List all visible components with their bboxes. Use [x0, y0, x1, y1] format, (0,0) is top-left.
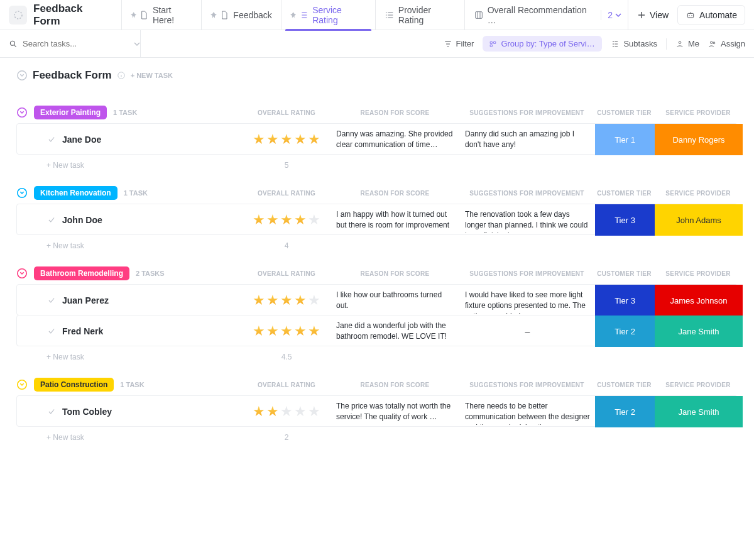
filter-button[interactable]: Filter	[444, 39, 474, 48]
col-provider: SERVICE PROVIDER	[654, 382, 742, 388]
collapse-toggle[interactable]	[16, 107, 28, 118]
search-input[interactable]	[23, 39, 129, 48]
col-tier: CUSTOMER TIER	[594, 109, 654, 116]
check-icon	[47, 327, 56, 336]
new-task-row[interactable]: + New task	[16, 433, 243, 442]
group-tag[interactable]: Exterior Painting	[34, 106, 107, 119]
list-icon	[385, 10, 395, 20]
cell-reason[interactable]: The price was totally not worth the serv…	[331, 398, 460, 425]
tab-start-here-[interactable]: Start Here!	[121, 0, 202, 30]
cell-suggest-empty: –	[460, 326, 595, 336]
rating-stars	[243, 405, 331, 419]
provider-badge[interactable]: John Adams	[655, 204, 743, 236]
task-name: Tom Cobley	[62, 407, 112, 417]
task-name-cell[interactable]: Jane Doe	[17, 135, 243, 145]
group-icon	[489, 40, 497, 48]
chevron-down-icon	[615, 12, 621, 18]
tier-badge[interactable]: Tier 3	[595, 285, 655, 316]
task-row[interactable]: John DoeI am happy with how it turned ou…	[16, 204, 738, 235]
tab-service-rating[interactable]: Service Rating	[281, 0, 375, 30]
group-average: 5	[243, 161, 331, 170]
svg-point-14	[713, 41, 715, 43]
task-count: 1 TASK	[120, 381, 144, 388]
tier-badge[interactable]: Tier 2	[595, 396, 655, 427]
doc-icon	[139, 10, 149, 20]
group-average: 2	[243, 433, 331, 442]
tier-badge[interactable]: Tier 1	[595, 124, 655, 155]
cell-reason[interactable]: Jane did a wonderful job with the bathro…	[331, 318, 460, 344]
cell-suggest[interactable]: The renovation took a few days longer th…	[460, 207, 595, 233]
me-label: Me	[688, 39, 699, 48]
cell-reason[interactable]: Danny was amazing. She provided clear co…	[331, 126, 460, 153]
provider-badge[interactable]: Jane Smith	[655, 396, 743, 427]
tab-overall-recommendation-[interactable]: Overall Recommendation …	[464, 0, 601, 30]
task-name: Fred Nerk	[62, 326, 103, 336]
more-views-button[interactable]: 2	[601, 10, 628, 20]
new-task-button[interactable]: + NEW TASK	[131, 72, 173, 79]
chevron-down-icon[interactable]	[134, 41, 140, 47]
cell-reason[interactable]: I am happy with how it turned out but th…	[331, 207, 460, 233]
cell-suggest[interactable]: Danny did such an amazing job I don't ha…	[460, 126, 595, 153]
info-icon[interactable]	[117, 71, 126, 80]
provider-badge[interactable]: James Johnson	[655, 285, 743, 316]
task-row[interactable]: Juan PerezI like how our bathrooms turne…	[16, 284, 738, 316]
group-tag[interactable]: Bathroom Remodelling	[34, 266, 129, 280]
toolbar: Filter Group by: Type of Service… Subtas…	[0, 30, 754, 58]
tier-badge[interactable]: Tier 3	[595, 204, 655, 236]
new-task-row[interactable]: + New task	[16, 161, 243, 170]
add-view-button[interactable]: View	[628, 0, 677, 30]
svg-point-6	[689, 15, 689, 16]
assign-button[interactable]: Assign	[708, 39, 745, 48]
provider-badge[interactable]: Jane Smith	[655, 316, 743, 347]
col-provider: SERVICE PROVIDER	[654, 270, 742, 277]
pin-icon	[210, 12, 217, 18]
cell-suggest[interactable]: I would have liked to see more light fix…	[460, 287, 595, 314]
tab-provider-rating[interactable]: Provider Rating	[375, 0, 464, 30]
tier-badge[interactable]: Tier 2	[595, 316, 655, 347]
search-box[interactable]	[9, 30, 141, 58]
status-circle-icon[interactable]	[16, 70, 28, 81]
task-count: 2 TASKS	[136, 270, 165, 277]
svg-rect-9	[491, 41, 493, 43]
group-tag[interactable]: Patio Construction	[34, 378, 114, 392]
view-tabs: Start Here!FeedbackService RatingProvide…	[121, 0, 601, 30]
task-row[interactable]: Jane DoeDanny was amazing. She provided …	[16, 123, 738, 155]
provider-badge[interactable]: Danny Rogers	[655, 124, 743, 155]
task-count: 1 TASK	[113, 109, 137, 116]
new-task-row[interactable]: + New task	[16, 353, 243, 361]
collapse-toggle[interactable]	[16, 187, 28, 199]
group-by-pill[interactable]: Group by: Type of Service…	[483, 36, 602, 52]
group-tag[interactable]: Kitchen Renovation	[34, 186, 117, 200]
divider	[666, 38, 667, 50]
automate-button[interactable]: Automate	[677, 5, 745, 25]
top-bar: Feedback Form Start Here!FeedbackService…	[0, 0, 754, 30]
task-name-cell[interactable]: Fred Nerk	[17, 326, 243, 336]
rating-stars	[243, 133, 331, 146]
cell-reason[interactable]: I like how our bathrooms turned out.	[331, 287, 460, 314]
people-icon	[708, 40, 717, 48]
task-name-cell[interactable]: John Doe	[17, 215, 243, 225]
task-row[interactable]: Fred NerkJane did a wonderful job with t…	[16, 315, 738, 346]
task-name-cell[interactable]: Tom Cobley	[17, 407, 243, 417]
group-header: Bathroom Remodelling2 TASKSOVERALL RATIN…	[16, 266, 738, 280]
collapse-toggle[interactable]	[16, 379, 28, 390]
collapse-toggle[interactable]	[16, 268, 28, 279]
col-overall: OVERALL RATING	[243, 270, 331, 277]
cell-suggest[interactable]: There needs to be better communication b…	[460, 398, 595, 425]
svg-point-7	[691, 15, 692, 16]
new-task-row[interactable]: + New task	[16, 241, 243, 250]
page-title: Feedback Form	[33, 3, 110, 28]
task-row[interactable]: Tom CobleyThe price was totally not wort…	[16, 395, 738, 427]
group-header: Patio Construction1 TASKOVERALL RATINGRE…	[16, 378, 738, 392]
task-name-cell[interactable]: Juan Perez	[17, 295, 243, 305]
col-overall: OVERALL RATING	[243, 109, 331, 116]
svg-rect-4	[475, 11, 482, 18]
group-exterior-painting: Exterior Painting1 TASKOVERALL RATINGREA…	[16, 106, 738, 170]
tab-feedback[interactable]: Feedback	[201, 0, 280, 30]
task-name: Jane Doe	[62, 135, 101, 145]
group-footer: + New task4	[16, 241, 738, 250]
rating-stars	[243, 324, 331, 338]
me-button[interactable]: Me	[675, 39, 699, 48]
subtasks-button[interactable]: Subtasks	[611, 39, 657, 48]
col-tier: CUSTOMER TIER	[594, 190, 654, 197]
